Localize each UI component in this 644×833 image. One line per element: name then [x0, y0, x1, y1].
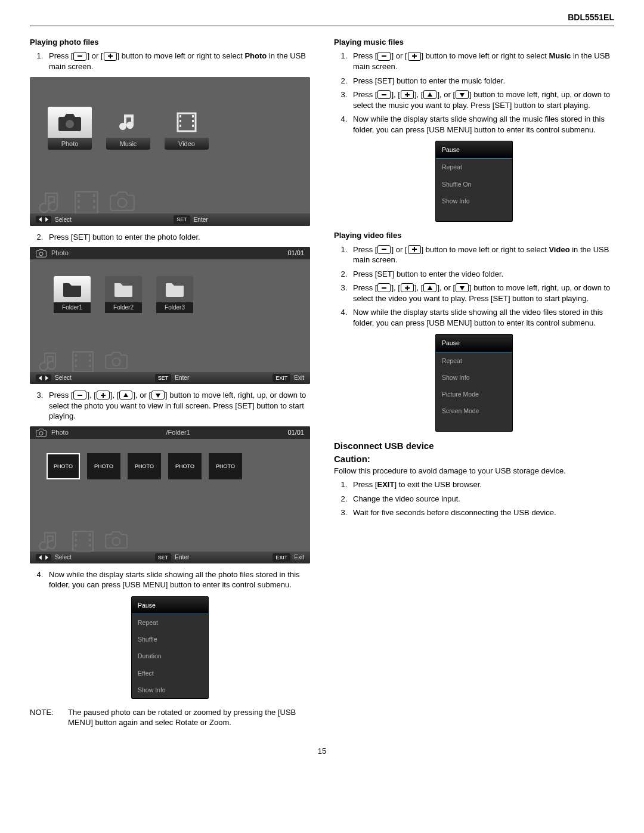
- music-step-2: Press [SET] button to enter the music fo…: [349, 76, 614, 86]
- lr-icon: [36, 554, 51, 561]
- lr-icon: [36, 374, 51, 382]
- plus-icon: [401, 90, 414, 99]
- minus-icon: [377, 52, 391, 61]
- folder-1: Folder1: [54, 276, 91, 313]
- music-step-3: Press [], [], [], or [] button to move l…: [349, 89, 614, 110]
- video-step-3: Press [], [], [], or [] button to move l…: [349, 283, 614, 304]
- page-header: BDL5551EL: [30, 12, 614, 26]
- down-icon: [456, 90, 469, 99]
- submenu-pause: Pause: [436, 141, 512, 159]
- left-column: Playing photo files Press [] or [] butto…: [30, 35, 310, 728]
- submenu-shuffle: Shuffle: [132, 631, 208, 648]
- usb-step-1: Press [EXIT] to exit the USB browser.: [349, 479, 614, 490]
- plus-icon: [408, 52, 421, 61]
- photo-thumb: PHOTO: [87, 453, 120, 479]
- usb-step-2: Change the video source input.: [349, 494, 614, 504]
- minus-icon: [73, 391, 86, 400]
- photo-step-1: Press [] or [] button to move left or ri…: [45, 51, 310, 72]
- heading-playing-music: Playing music files: [334, 37, 614, 48]
- submenu-showinfo: Show Info: [436, 193, 512, 209]
- video-submenu: Pause Repeat Show Info Picture Mode Scre…: [435, 334, 513, 432]
- photo-thumb: PHOTO: [168, 453, 202, 479]
- submenu-repeat: Repeat: [132, 614, 208, 631]
- music-step-1: Press [] or [] button to move left or ri…: [349, 51, 614, 72]
- tile-photo: Photo: [48, 107, 92, 150]
- submenu-showinfo: Show Info: [436, 369, 512, 386]
- plus-icon: [408, 245, 421, 254]
- video-step-1: Press [] or [] button to move left or ri…: [349, 244, 614, 265]
- submenu-pause: Pause: [436, 335, 512, 352]
- submenu-shuffle-on: Shuffle On: [436, 176, 512, 193]
- photo-thumb: PHOTO: [128, 453, 161, 479]
- minus-icon: [377, 245, 391, 254]
- submenu-showinfo: Show Info: [132, 682, 208, 698]
- down-icon: [151, 391, 165, 400]
- down-icon: [456, 283, 469, 292]
- folder-2: Folder2: [105, 276, 142, 313]
- heading-disconnect-usb: Disconnect USB device: [334, 440, 614, 452]
- page-number: 15: [30, 746, 614, 757]
- photo-thumb: PHOTO: [209, 453, 242, 479]
- model-number: BDL5551EL: [568, 12, 614, 23]
- usb-step-3: Wait for five seconds before disconnecti…: [349, 507, 614, 518]
- minus-icon: [377, 90, 391, 99]
- plus-icon: [401, 283, 414, 292]
- submenu-pause: Pause: [132, 597, 208, 614]
- right-column: Playing music files Press [] or [] butto…: [334, 35, 614, 728]
- usb-main-screenshot: Photo Music Video Select SETEnter: [30, 77, 310, 226]
- submenu-duration: Duration: [132, 648, 208, 664]
- note: NOTE: The paused photo can be rotated or…: [30, 707, 310, 728]
- up-icon: [423, 90, 436, 99]
- lr-icon: [36, 216, 51, 223]
- heading-playing-photo: Playing photo files: [30, 37, 310, 48]
- heading-playing-video: Playing video files: [334, 230, 614, 241]
- tile-music: Music: [106, 107, 150, 150]
- photo-thumb: PHOTO: [47, 453, 80, 479]
- photo-step-2: Press [SET] button to enter the photo fo…: [45, 232, 310, 243]
- up-icon: [119, 391, 132, 400]
- photo-submenu: Pause Repeat Shuffle Duration Effect Sho…: [131, 596, 209, 699]
- video-step-2: Press [SET] button to enter the video fo…: [349, 269, 614, 280]
- minus-icon: [377, 283, 391, 292]
- minus-icon: [73, 52, 86, 61]
- photo-step-3: Press [], [], [], or [] button to move l…: [45, 390, 310, 422]
- folder-3: Folder3: [156, 276, 193, 313]
- photo-step-4: Now while the display starts slide showi…: [45, 569, 310, 590]
- submenu-picture-mode: Picture Mode: [436, 386, 512, 402]
- photo-thumbs-screenshot: Photo /Folder1 01/01 PHOTO PHOTO PHOTO P…: [30, 426, 310, 563]
- submenu-screen-mode: Screen Mode: [436, 402, 512, 419]
- submenu-repeat: Repeat: [436, 352, 512, 369]
- music-submenu: Pause Repeat Shuffle On Show Info: [435, 141, 513, 222]
- tile-video: Video: [165, 107, 209, 150]
- heading-caution: Caution:: [334, 453, 614, 465]
- submenu-effect: Effect: [132, 665, 208, 682]
- music-step-4: Now while the display starts slide showi…: [349, 114, 614, 135]
- up-icon: [423, 283, 436, 292]
- plus-icon: [97, 391, 110, 400]
- submenu-repeat: Repeat: [436, 159, 512, 175]
- photo-folder-screenshot: Photo 01/01 Folder1 Folder2 Folder3 Sele…: [30, 247, 310, 384]
- plus-icon: [104, 52, 117, 61]
- caution-text: Follow this procedure to avoid damage to…: [334, 466, 614, 476]
- video-step-4: Now while the display starts slide showi…: [349, 307, 614, 328]
